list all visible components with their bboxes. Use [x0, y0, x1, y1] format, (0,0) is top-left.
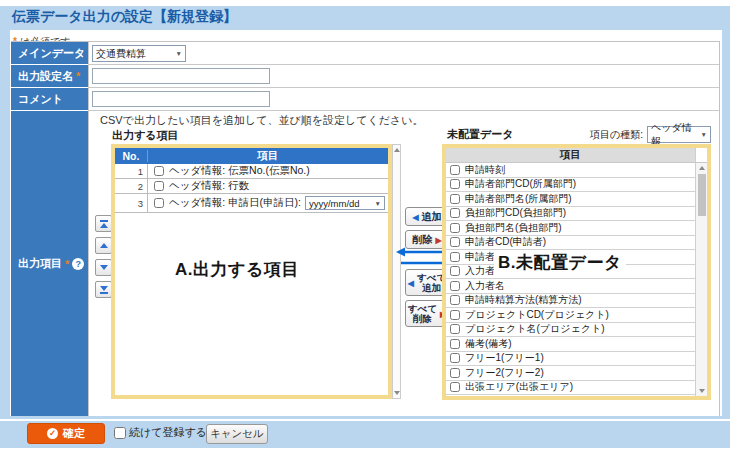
unplaced-item-checkbox[interactable]: [450, 353, 460, 363]
output-row-label: ヘッダ情報: 行数: [169, 179, 249, 193]
unplaced-item-label: 入力者名: [465, 279, 505, 293]
bar-top-icon: [100, 220, 108, 222]
unplaced-item: 入力者名: [446, 279, 695, 294]
unplaced-item-label: 申請者CD(申請者): [465, 235, 546, 249]
form-row-output-name: 出力設定名 *: [11, 65, 719, 88]
arrow-right-icon: [435, 234, 441, 245]
scrollbar-header-gutter: [695, 148, 707, 163]
unplaced-item-checkbox[interactable]: [450, 295, 460, 305]
unplaced-item: フリー1(フリー1): [446, 352, 695, 367]
arrow-left-icon: [412, 211, 418, 222]
unplaced-item: プロジェクト名(プロジェクト): [446, 323, 695, 338]
unplaced-item: 申請者部門CD(所属部門): [446, 178, 695, 193]
unplaced-item-checkbox[interactable]: [450, 208, 460, 218]
arrow-left-icon: [408, 277, 414, 288]
scroll-down-icon[interactable]: [394, 391, 400, 395]
continue-register-option: 続けて登録する: [114, 425, 207, 440]
scroll-up-icon[interactable]: [699, 166, 705, 170]
arrow-up-icon: [100, 223, 108, 228]
unplaced-item-checkbox[interactable]: [450, 310, 460, 320]
arrow-down-icon: [100, 265, 108, 270]
item-type-label: 項目の種類:: [590, 128, 643, 142]
comment-label: コメント: [11, 88, 88, 111]
unplaced-item: 出張エリア(出張エリア): [446, 381, 695, 396]
unplaced-item: 負担部門名(負担部門): [446, 221, 695, 236]
item-type-select[interactable]: ヘッダ情報: [647, 126, 711, 143]
unplaced-item-label: 申請時精算方法(精算方法): [465, 293, 582, 307]
output-table-header: No. 項目: [115, 148, 388, 164]
move-up-button[interactable]: [95, 237, 112, 254]
column-header-no: No.: [115, 150, 148, 162]
move-bottom-button[interactable]: [95, 281, 112, 298]
move-down-button[interactable]: [95, 259, 112, 276]
unplaced-item-checkbox[interactable]: [450, 281, 460, 291]
continue-register-label: 続けて登録する: [129, 425, 207, 440]
unplaced-item-label: 負担部門CD(負担部門): [465, 206, 566, 220]
unplaced-item-label: 申請者部門CD(所属部門): [465, 177, 576, 191]
confirm-button[interactable]: 確定: [27, 423, 105, 444]
output-table-row: 1 ヘッダ情報: 伝票No.(伝票No.): [115, 164, 388, 179]
check-circle-icon: [47, 428, 58, 439]
help-icon[interactable]: [72, 258, 84, 270]
unplaced-item-checkbox[interactable]: [450, 194, 460, 204]
unplaced-item: フリー2(フリー2): [446, 366, 695, 381]
scroll-down-icon[interactable]: [699, 389, 705, 393]
settings-form: メインデータ 交通費精算 出力設定名 *: [11, 41, 720, 416]
annotation-output-items: A.出力する項目: [171, 257, 303, 282]
unplaced-item: 備考(備考): [446, 337, 695, 352]
continue-register-checkbox[interactable]: [114, 427, 126, 439]
form-row-comment: コメント: [11, 88, 719, 111]
unplaced-item-list: 申請時刻 申請者部門CD(所属部門) 申請者部門名(所属部門) 負担部門CD(負…: [446, 163, 695, 396]
unplaced-item-checkbox[interactable]: [450, 382, 460, 392]
unplaced-item-label: 備考(備考): [465, 337, 512, 351]
required-asterisk: *: [76, 70, 80, 82]
csv-instruction-text: CSVで出力したい項目を追加して、並び順を設定してください。: [100, 113, 424, 128]
arrow-down-icon: [100, 286, 108, 291]
row-number: 3: [115, 194, 148, 212]
unplaced-table-header: 項目: [446, 148, 707, 163]
unplaced-item-label: 申請者部門名(所属部門): [465, 192, 572, 206]
move-top-button[interactable]: [95, 215, 112, 232]
unplaced-item-checkbox[interactable]: [450, 165, 460, 175]
reorder-button-group: [95, 215, 112, 298]
output-name-input[interactable]: [92, 68, 270, 84]
unplaced-item: 申請時刻: [446, 163, 695, 178]
unplaced-item-checkbox[interactable]: [450, 223, 460, 233]
required-asterisk: *: [65, 258, 69, 270]
comment-input[interactable]: [92, 91, 270, 107]
unplaced-item-label: 申請時刻: [465, 163, 505, 177]
cancel-button[interactable]: キャンセル: [206, 424, 268, 444]
output-row-checkbox[interactable]: [154, 166, 164, 176]
scroll-up-icon[interactable]: [394, 148, 400, 152]
unplaced-item-checkbox[interactable]: [450, 252, 460, 262]
output-table-row: 2 ヘッダ情報: 行数: [115, 179, 388, 194]
main-data-label: メインデータ: [11, 42, 88, 65]
unplaced-item-checkbox[interactable]: [450, 237, 460, 247]
unplaced-item-checkbox[interactable]: [450, 266, 460, 276]
unplaced-item: 申請時精算方法(精算方法): [446, 294, 695, 309]
unplaced-item: 申請者CD(申請者): [446, 236, 695, 251]
unplaced-item-label: プロジェクトCD(プロジェクト): [465, 308, 609, 322]
form-row-output-items: 出力項目 * CSVで出力したい項目を追加して、並び順を設定してください。 出力…: [11, 111, 719, 417]
unplaced-list-scrollbar[interactable]: [695, 163, 707, 396]
unplaced-item-checkbox[interactable]: [450, 339, 460, 349]
footer-action-bar: 確定 続けて登録する キャンセル: [0, 416, 730, 448]
output-row-checkbox[interactable]: [154, 181, 164, 191]
unplaced-item: 負担部門CD(負担部門): [446, 207, 695, 222]
output-table-row: 3 ヘッダ情報: 申請日(申請日): yyyy/mm/dd: [115, 194, 388, 213]
date-format-select[interactable]: yyyy/mm/dd: [305, 196, 385, 210]
output-row-label: ヘッダ情報: 伝票No.(伝票No.): [169, 164, 310, 178]
unplaced-item-checkbox[interactable]: [450, 368, 460, 378]
column-header-item: 項目: [148, 149, 388, 163]
scrollbar-thumb[interactable]: [698, 174, 706, 216]
main-data-select[interactable]: 交通費精算: [92, 45, 186, 62]
output-row-checkbox[interactable]: [154, 198, 164, 208]
unplaced-item-label: フリー2(フリー2): [465, 366, 544, 380]
content-panel: * は必須です メインデータ 交通費精算 出力設定名 *: [10, 30, 722, 416]
unplaced-item-label: 負担部門名(負担部門): [465, 221, 562, 235]
main-data-selected-value: 交通費精算: [96, 47, 146, 61]
row-number: 1: [115, 164, 148, 178]
unplaced-item-checkbox[interactable]: [450, 324, 460, 334]
arrow-up-icon: [100, 243, 108, 248]
unplaced-item-checkbox[interactable]: [450, 179, 460, 189]
